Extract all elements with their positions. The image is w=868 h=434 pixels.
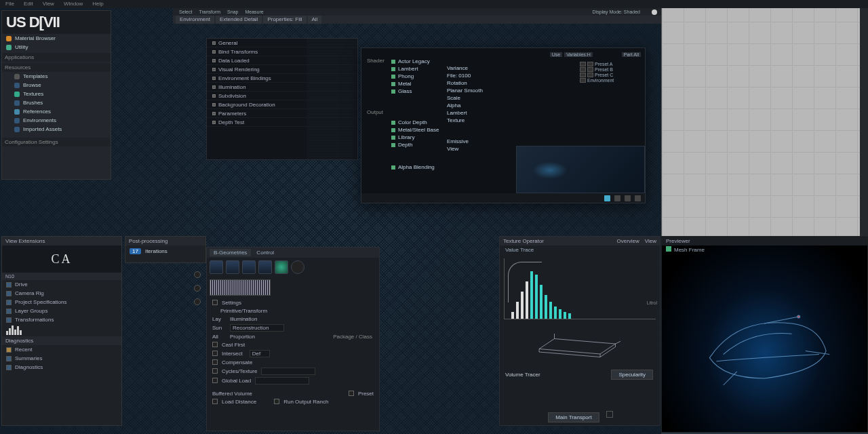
- asset-item[interactable]: Camera Rig: [2, 289, 121, 298]
- insp-row[interactable]: Global Load: [207, 376, 379, 385]
- insp-row[interactable]: LayIllumination: [207, 315, 379, 323]
- detail-row[interactable]: Lambert: [447, 109, 483, 117]
- tab-properties[interactable]: Properties: Fill: [263, 16, 306, 24]
- tag[interactable]: Part All: [622, 52, 641, 57]
- thumb[interactable]: [258, 260, 272, 274]
- insp-input[interactable]: [230, 324, 284, 332]
- expand-icon[interactable]: [212, 59, 216, 62]
- insp-input[interactable]: [255, 377, 309, 384]
- trash-icon[interactable]: [614, 195, 620, 201]
- detail-row[interactable]: Rotation: [447, 79, 483, 87]
- expand-icon[interactable]: [212, 94, 216, 98]
- insp-input[interactable]: [261, 368, 315, 375]
- tree-item[interactable]: References: [10, 107, 111, 116]
- viewport-grid[interactable]: [661, 0, 868, 237]
- insp-row[interactable]: AllProportionPackage / Class: [207, 332, 379, 340]
- main-transport-button[interactable]: Main Transport: [548, 412, 599, 422]
- tag[interactable]: Variables:H: [564, 52, 593, 57]
- sidebar-item-materials[interactable]: Material Browser: [2, 34, 111, 43]
- detail-row[interactable]: Planar Smooth: [447, 87, 483, 94]
- checkbox[interactable]: [274, 399, 279, 404]
- menu-edit[interactable]: Edit: [24, 1, 33, 7]
- tree-item[interactable]: Brushes: [10, 98, 111, 107]
- thumb-active[interactable]: [275, 260, 288, 274]
- asset-item[interactable]: Summaries: [2, 354, 121, 363]
- copy-icon[interactable]: [625, 195, 631, 201]
- tool-transform[interactable]: Transform: [197, 9, 222, 14]
- detail-row[interactable]: Texture: [447, 117, 483, 124]
- thumb[interactable]: [226, 260, 239, 274]
- detail-row[interactable]: Phong: [391, 73, 430, 80]
- detail-row[interactable]: Scale: [447, 94, 483, 102]
- checkbox[interactable]: [212, 368, 218, 374]
- asset-item[interactable]: Transformations: [2, 315, 121, 324]
- detail-row[interactable]: Metal: [391, 80, 430, 87]
- tool-a-icon[interactable]: [194, 271, 201, 278]
- checkbox[interactable]: [212, 300, 218, 305]
- checkbox[interactable]: [212, 399, 218, 404]
- tree-item[interactable]: Templates: [10, 72, 111, 81]
- display-mode[interactable]: Display Mode: Shaded: [591, 9, 642, 14]
- preset-chip[interactable]: Preset A: [580, 62, 641, 66]
- detail-row[interactable]: Color Depth: [391, 119, 439, 126]
- checkbox[interactable]: [212, 351, 218, 356]
- moon-icon[interactable]: [652, 9, 657, 15]
- preset-chip[interactable]: Preset B: [580, 67, 641, 72]
- tag[interactable]: Use: [550, 52, 562, 57]
- expand-icon[interactable]: [212, 112, 216, 115]
- analysis-tab[interactable]: Overview: [616, 238, 639, 244]
- menu-file[interactable]: File: [5, 1, 14, 7]
- asset-item[interactable]: Layer Groups: [2, 307, 121, 315]
- insp-input[interactable]: [250, 350, 270, 357]
- preset-chip[interactable]: Preset C: [580, 73, 641, 77]
- tool-b-icon[interactable]: [194, 285, 201, 292]
- detail-row[interactable]: Lambert: [391, 65, 430, 73]
- tool-select[interactable]: Select: [177, 9, 194, 14]
- detail-row[interactable]: Library: [391, 134, 439, 141]
- tool-snap[interactable]: Snap: [225, 9, 240, 14]
- detail-row[interactable]: Emissive: [447, 138, 483, 145]
- menu-help[interactable]: Help: [92, 1, 103, 7]
- asset-item[interactable]: Drive: [2, 280, 121, 289]
- tool-measure[interactable]: Measure: [243, 9, 265, 14]
- tab-all[interactable]: All: [308, 16, 322, 24]
- insp-row[interactable]: Intersect: [207, 349, 379, 358]
- tree-item[interactable]: Browse: [10, 81, 111, 90]
- expand-icon[interactable]: [212, 41, 216, 45]
- detail-row[interactable]: Glass: [391, 87, 430, 95]
- sidebar-item-utility[interactable]: Utility: [2, 43, 111, 52]
- asset-item[interactable]: Project Specifications: [2, 298, 121, 307]
- insp-row[interactable]: Compensate: [207, 358, 379, 366]
- bitmap-preview[interactable]: [210, 279, 271, 296]
- detail-row[interactable]: Variance: [447, 64, 483, 72]
- expand-icon[interactable]: [212, 50, 216, 54]
- checkbox[interactable]: [212, 378, 218, 383]
- tab-detail[interactable]: Extended Detail: [216, 16, 262, 24]
- menu-view[interactable]: View: [43, 1, 54, 7]
- detail-row[interactable]: Alpha Blending: [391, 163, 435, 171]
- detail-row[interactable]: Metal/Steel Base: [391, 126, 439, 134]
- tool-c-icon[interactable]: [194, 298, 201, 305]
- thumb[interactable]: [291, 260, 304, 274]
- thumb[interactable]: [210, 260, 223, 274]
- tree-item[interactable]: Environments: [10, 116, 111, 125]
- detail-row[interactable]: View: [447, 145, 483, 153]
- insp-tab-geo[interactable]: B-Geometries: [210, 249, 251, 256]
- sidebar-footer[interactable]: Configuration Settings: [2, 138, 111, 146]
- specularity-button[interactable]: Specularity: [611, 370, 653, 380]
- tab-environment[interactable]: Environment: [176, 16, 214, 24]
- expand-icon[interactable]: [212, 85, 216, 89]
- asset-item[interactable]: Diagnostics: [2, 363, 121, 372]
- expand-icon[interactable]: [212, 121, 216, 124]
- expand-icon[interactable]: [212, 68, 216, 71]
- tree-item[interactable]: Imported Assets: [10, 125, 111, 134]
- checkbox[interactable]: [212, 342, 218, 347]
- expand-icon[interactable]: [212, 103, 216, 106]
- settings-icon[interactable]: [635, 195, 641, 201]
- checkbox[interactable]: [349, 391, 354, 396]
- analysis-tab[interactable]: View: [645, 238, 656, 244]
- detail-row[interactable]: File: 0100: [447, 72, 483, 79]
- checkbox[interactable]: [212, 359, 218, 365]
- insp-row[interactable]: Sun: [207, 323, 379, 332]
- detail-row[interactable]: Alpha: [447, 102, 483, 109]
